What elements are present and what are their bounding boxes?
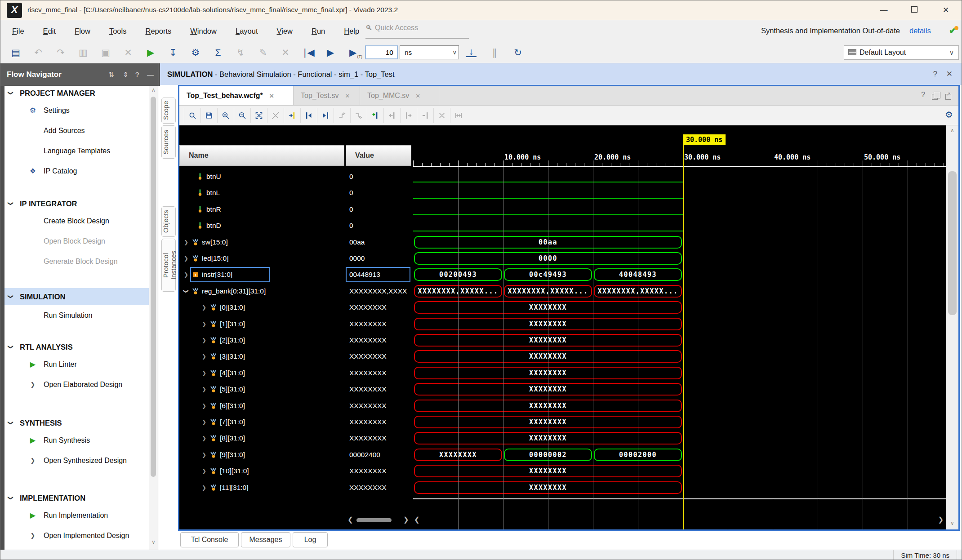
scroll-right-icon[interactable]: ❯	[403, 516, 409, 524]
layout-selector[interactable]: Default Layout∨	[844, 45, 959, 60]
help-icon[interactable]: ?	[921, 91, 925, 99]
flow-section-ip-integrator[interactable]: ❯IP INTEGRATOR	[4, 196, 149, 211]
expand-all-icon[interactable]: ⇕	[123, 63, 129, 86]
menu-item-flow[interactable]: Flow	[75, 27, 90, 36]
signal-row[interactable]: btnR	[179, 201, 344, 218]
menu-item-file[interactable]: File	[12, 27, 24, 36]
expand-icon[interactable]: ❯	[202, 365, 206, 381]
expand-icon[interactable]: ❯	[202, 463, 206, 479]
signal-row[interactable]: ❯[1][31:0]	[179, 316, 344, 332]
sidebar-item-run-implementation[interactable]: ▶Run Implementation	[4, 505, 149, 525]
menu-item-view[interactable]: View	[277, 27, 293, 36]
flow-section-implementation[interactable]: ❯IMPLEMENTATION	[4, 491, 149, 505]
tab-top-test-behav-wcfg-[interactable]: Top_Test_behav.wcfg*✕	[179, 86, 294, 105]
signal-row[interactable]: ❯reg_bank[0:31][31:0]	[179, 283, 344, 299]
close-button[interactable]: ✕	[935, 4, 956, 18]
run-all-icon[interactable]: ▶	[325, 47, 336, 58]
zoom-in-icon[interactable]	[217, 108, 233, 123]
run-time-input[interactable]	[365, 45, 398, 59]
minimize-button[interactable]: —	[873, 4, 894, 18]
scroll-right-icon[interactable]: ❯	[938, 516, 944, 524]
open-project-icon[interactable]: ▤	[10, 47, 21, 58]
fit-width-icon[interactable]	[450, 108, 466, 123]
sidebar-item-open-elaborated-design[interactable]: ❯Open Elaborated Design	[4, 374, 149, 395]
sidebar-item-ip-catalog[interactable]: ❖IP Catalog	[4, 161, 149, 181]
help-icon[interactable]: ?	[933, 63, 937, 85]
remove-marker-icon[interactable]	[417, 108, 433, 123]
expand-icon[interactable]: ❯	[202, 299, 206, 316]
save-icon[interactable]	[200, 108, 217, 123]
expand-icon[interactable]: ❯	[202, 332, 206, 348]
flow-section-rtl-analysis[interactable]: ❯RTL ANALYSIS	[4, 340, 149, 354]
collapse-all-icon[interactable]: ⇅	[108, 63, 114, 86]
no-snap-icon[interactable]	[267, 108, 283, 123]
next-transition-icon[interactable]	[317, 108, 333, 123]
scroll-up-icon[interactable]: ∧	[149, 87, 158, 93]
sidebar-item-run-synthesis[interactable]: ▶Run Synthesis	[4, 430, 149, 450]
sidebar-item-language-templates[interactable]: Language Templates	[4, 141, 149, 161]
close-panel-icon[interactable]: ✕	[946, 63, 953, 85]
open-external-icon[interactable]	[945, 93, 951, 102]
signal-row[interactable]: ❯[10][31:0]	[179, 463, 344, 479]
expand-icon[interactable]: ❯	[202, 447, 206, 463]
side-tab-scope[interactable]: Scope	[161, 98, 176, 124]
sidebar-item-create-block-design[interactable]: Create Block Design	[4, 211, 149, 231]
flow-section-project-manager[interactable]: ❯PROJECT MANAGER	[4, 86, 149, 100]
delete-icon[interactable]	[433, 108, 450, 123]
console-tab-log[interactable]: Log	[293, 532, 328, 547]
scrollbar-thumb[interactable]	[948, 171, 957, 315]
go-to-time-icon[interactable]	[284, 108, 300, 123]
restart-icon[interactable]: ∣◀	[303, 47, 313, 58]
marker-previous-icon[interactable]	[383, 108, 400, 123]
signal-row[interactable]: ❯[4][31:0]	[179, 365, 344, 381]
signal-row[interactable]: ❯[9][31:0]	[179, 447, 344, 463]
signal-row[interactable]: ❯[6][31:0]	[179, 398, 344, 414]
signal-row[interactable]: ❯sw[15:0]	[179, 234, 344, 250]
report-sum-icon[interactable]: Σ	[213, 47, 223, 58]
close-tab-icon[interactable]: ✕	[269, 93, 274, 99]
menu-item-window[interactable]: Window	[190, 27, 217, 36]
maximize-button[interactable]	[904, 4, 925, 18]
signal-row[interactable]: btnD	[179, 218, 344, 234]
console-tab-messages[interactable]: Messages	[241, 532, 290, 547]
console-tab-tcl-console[interactable]: Tcl Console	[180, 532, 239, 547]
search-icon[interactable]	[184, 108, 200, 123]
marker-next-icon[interactable]	[400, 108, 416, 123]
expand-icon[interactable]: ❯	[202, 480, 206, 496]
expand-icon[interactable]: ❯	[202, 398, 206, 414]
sidebar-item-open-implemented-design[interactable]: ❯Open Implemented Design	[4, 525, 149, 546]
signal-row[interactable]: ❯led[15:0]	[179, 250, 344, 267]
minimize-panel-icon[interactable]: —	[147, 63, 154, 86]
expand-icon[interactable]: ❯	[184, 267, 188, 283]
move-down-icon[interactable]	[350, 108, 366, 123]
side-tab-sources[interactable]: Sources	[161, 125, 176, 159]
scroll-left-icon[interactable]: ❮	[414, 516, 420, 524]
hscroll-thumb[interactable]	[356, 518, 392, 522]
signal-row[interactable]: ❯[5][31:0]	[179, 381, 344, 397]
edit-icon[interactable]: ✎	[258, 47, 268, 58]
run-icon[interactable]: ▶	[145, 47, 156, 58]
float-window-icon[interactable]	[932, 93, 938, 102]
flow-section-synthesis[interactable]: ❯SYNTHESIS	[4, 416, 149, 430]
close-tab-icon[interactable]: ✕	[415, 93, 420, 99]
menu-item-help[interactable]: Help	[344, 27, 359, 36]
signal-row[interactable]: btnU	[179, 169, 344, 185]
flow-section-simulation[interactable]: ❯SIMULATION	[4, 288, 149, 305]
expand-icon[interactable]: ❯	[202, 316, 206, 332]
redo-icon[interactable]: ↷	[55, 47, 66, 58]
signal-row[interactable]: btnL	[179, 185, 344, 201]
scroll-up-icon[interactable]: ∧	[946, 127, 958, 133]
step-icon[interactable]: ↧	[168, 47, 178, 58]
run-for-time-icon[interactable]: ▶(T)	[347, 47, 358, 58]
previous-transition-icon[interactable]	[300, 108, 316, 123]
add-marker-icon[interactable]	[367, 108, 383, 123]
time-unit-select[interactable]: ns∨	[400, 45, 459, 59]
scrollbar-thumb[interactable]	[151, 97, 156, 477]
close-tab-icon[interactable]: ✕	[345, 93, 350, 99]
expand-icon[interactable]: ❯	[202, 430, 206, 446]
side-tab-protocol-instances[interactable]: Protocol Instances	[161, 239, 176, 292]
sidebar-item-open-block-design[interactable]: Open Block Design	[4, 231, 149, 251]
move-up-icon[interactable]	[334, 108, 350, 123]
expand-icon[interactable]: ❯	[184, 250, 188, 267]
relaunch-simulation-icon[interactable]: ↻	[512, 47, 523, 58]
